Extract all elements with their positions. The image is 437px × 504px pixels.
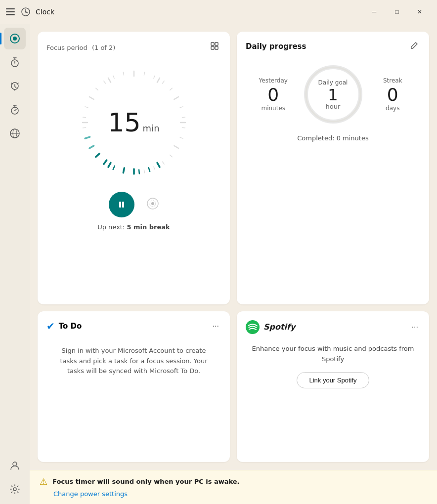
svg-point-76 (246, 320, 260, 334)
streak-value: 0 (365, 86, 421, 104)
svg-point-11 (14, 110, 15, 111)
maximize-button[interactable]: □ (386, 4, 408, 20)
titlebar: Clock ─ □ ✕ (0, 0, 437, 24)
yesterday-stat: Yesterday 0 minutes (246, 77, 301, 112)
todo-body: Sign in with your Microsoft Account to c… (46, 346, 221, 377)
streak-unit: days (365, 105, 421, 112)
goal-label: Daily goal (318, 79, 348, 86)
svg-point-5 (13, 37, 17, 41)
up-next-value: 5 min break (127, 223, 170, 231)
yesterday-unit: minutes (246, 105, 301, 112)
svg-line-62 (123, 168, 124, 173)
svg-point-72 (151, 202, 154, 205)
svg-line-36 (162, 162, 164, 164)
svg-line-68 (85, 137, 90, 138)
svg-line-35 (170, 155, 172, 157)
spotify-body: Enhance your focus with music and podcas… (246, 344, 420, 365)
todo-more-button[interactable]: ··· (211, 321, 221, 332)
focus-card-title: Focus period (1 of 2) (46, 42, 115, 52)
svg-line-58 (157, 163, 160, 167)
spotify-logo (246, 320, 260, 334)
timer-value: 15 (108, 108, 140, 137)
svg-line-59 (148, 168, 149, 171)
sidebar-item-settings[interactable] (4, 478, 26, 500)
app-title: Clock (36, 8, 54, 16)
svg-line-54 (103, 81, 105, 84)
progress-ticks (85, 137, 160, 174)
sidebar-item-stopwatch[interactable] (4, 99, 26, 121)
svg-line-67 (89, 146, 93, 148)
notification-text: Focus timer will sound only when your PC… (52, 478, 239, 485)
progress-card-header: Daily progress (246, 41, 420, 52)
focus-card-header: Focus period (1 of 2) (46, 41, 221, 53)
power-settings-link[interactable]: Change power settings (53, 490, 128, 498)
svg-line-53 (95, 88, 97, 90)
titlebar-left: Clock (6, 7, 363, 17)
sidebar-item-focus[interactable] (4, 28, 26, 49)
alarm-icon (9, 81, 20, 91)
svg-line-33 (180, 137, 183, 138)
menu-icon[interactable] (6, 7, 16, 17)
timer-circle-container: 15min (75, 63, 193, 182)
app-icon (21, 7, 31, 17)
streak-label: Streak (365, 77, 421, 84)
pause-button[interactable] (109, 192, 134, 217)
svg-line-51 (85, 107, 88, 108)
svg-rect-18 (211, 42, 214, 45)
minimize-button[interactable]: ─ (363, 4, 386, 20)
streak-stat: Streak 0 days (365, 77, 421, 112)
svg-line-38 (153, 167, 154, 169)
svg-rect-70 (122, 202, 124, 208)
spotify-header: Spotify (246, 320, 296, 334)
svg-line-56 (113, 76, 114, 78)
sidebar-item-worldclock[interactable] (4, 123, 26, 144)
progress-edit-button[interactable] (408, 41, 420, 52)
app-body: Focus period (1 of 2) (0, 24, 437, 504)
content: Focus period (1 of 2) (30, 24, 437, 504)
timer-display: 15min (108, 110, 159, 135)
todo-title: To Do (59, 322, 82, 331)
spotify-more-button[interactable]: ··· (410, 322, 420, 333)
todo-checkmark-icon: ✔ (46, 320, 55, 332)
skip-icon[interactable] (146, 197, 159, 212)
svg-rect-20 (211, 46, 214, 49)
svg-line-25 (157, 78, 160, 83)
todo-card-header: ✔ To Do ··· (46, 320, 221, 332)
spotify-link-button[interactable]: Link your Spotify (297, 372, 369, 388)
spotify-name: Spotify (263, 322, 296, 332)
svg-line-60 (139, 169, 139, 173)
completed-text: Completed: 0 minutes (246, 134, 420, 142)
spotify-card-header: Spotify ··· (246, 320, 420, 334)
svg-line-50 (83, 117, 86, 118)
svg-line-39 (144, 170, 144, 173)
daily-goal-circle: Daily goal 1 hour (301, 62, 365, 126)
svg-rect-21 (215, 46, 218, 49)
notification-row: ⚠ Focus timer will sound only when your … (40, 476, 427, 487)
svg-line-64 (108, 163, 111, 167)
stopwatch-icon (9, 104, 20, 115)
focus-period-card: Focus period (1 of 2) (38, 32, 230, 304)
sidebar-item-account[interactable] (4, 455, 26, 476)
sidebar-item-alarm[interactable] (4, 75, 26, 97)
focus-icon (9, 33, 20, 44)
focus-controls (109, 192, 159, 217)
svg-line-34 (174, 146, 178, 148)
svg-line-65 (103, 160, 106, 164)
svg-point-17 (13, 488, 16, 491)
settings-icon (9, 484, 20, 495)
sidebar-item-timer[interactable] (4, 51, 26, 73)
goal-unit: hour (318, 103, 348, 110)
svg-line-66 (95, 154, 99, 157)
notification-bar: ⚠ Focus timer will sound only when your … (30, 470, 437, 504)
close-button[interactable]: ✕ (408, 4, 431, 20)
svg-line-3 (26, 12, 28, 13)
daily-progress-card: Daily progress Yesterday 0 minutes (237, 32, 429, 304)
todo-header: ✔ To Do (46, 320, 82, 332)
yesterday-label: Yesterday (246, 77, 301, 84)
window-controls: ─ □ ✕ (363, 4, 431, 20)
svg-line-32 (182, 127, 185, 128)
progress-title: Daily progress (246, 42, 306, 51)
account-icon (9, 460, 20, 471)
svg-line-29 (180, 107, 183, 108)
focus-expand-button[interactable] (208, 41, 221, 53)
